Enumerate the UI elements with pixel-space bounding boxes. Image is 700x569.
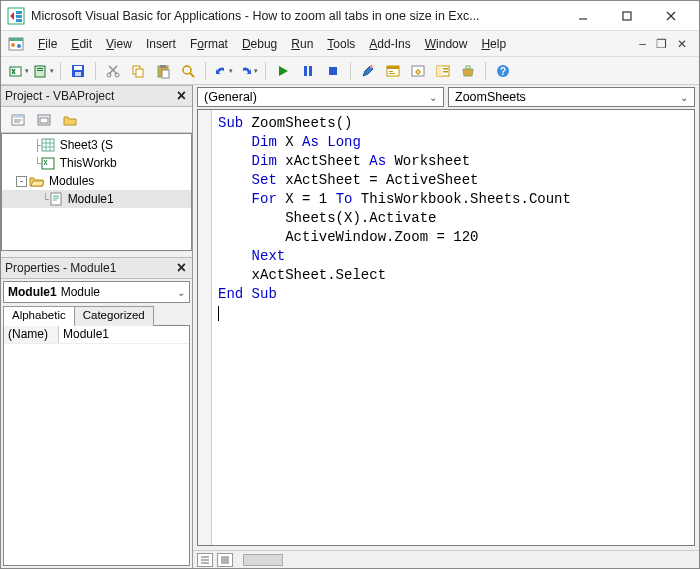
design-mode-button[interactable] — [357, 60, 379, 82]
undo-button[interactable] — [212, 60, 234, 82]
menu-run[interactable]: Run — [284, 34, 320, 54]
paste-button[interactable] — [152, 60, 174, 82]
svg-rect-15 — [75, 72, 81, 76]
copy-button[interactable] — [127, 60, 149, 82]
menu-addins[interactable]: Add-Ins — [362, 34, 417, 54]
view-code-button[interactable] — [7, 109, 29, 131]
code-text[interactable]: Sub ZoomSheets() Dim X As Long Dim xActS… — [212, 110, 694, 545]
menu-bar: File Edit View Insert Format Debug Run T… — [1, 31, 699, 57]
vba-app-icon — [7, 7, 25, 25]
mdi-child-icon — [7, 35, 25, 53]
tab-alphabetic[interactable]: Alphabetic — [3, 306, 75, 326]
properties-body: Module1 Module ⌄ Alphabetic Categorized … — [1, 279, 192, 568]
svg-rect-31 — [389, 71, 393, 72]
svg-rect-12 — [37, 70, 43, 71]
svg-rect-32 — [389, 73, 395, 74]
standard-toolbar: ? — [1, 57, 699, 85]
save-button[interactable] — [67, 60, 89, 82]
menu-window[interactable]: Window — [418, 34, 475, 54]
object-dropdown[interactable]: (General) ⌄ — [197, 87, 444, 107]
title-bar: Microsoft Visual Basic for Applications … — [1, 1, 699, 31]
properties-tabs: Alphabetic Categorized — [3, 305, 190, 325]
svg-rect-6 — [9, 38, 23, 41]
chevron-down-icon: ⌄ — [177, 287, 185, 298]
procedure-view-button[interactable] — [197, 553, 213, 567]
cut-button[interactable] — [102, 60, 124, 82]
svg-rect-46 — [42, 139, 54, 151]
svg-point-34 — [417, 71, 419, 73]
run-button[interactable] — [272, 60, 294, 82]
code-editor[interactable]: Sub ZoomSheets() Dim X As Long Dim xActS… — [197, 109, 695, 546]
code-pane: (General) ⌄ ZoomSheets ⌄ Sub ZoomSheets(… — [193, 85, 699, 568]
horizontal-scrollbar[interactable] — [243, 554, 283, 566]
text-caret — [218, 306, 219, 321]
menu-debug[interactable]: Debug — [235, 34, 284, 54]
break-button[interactable] — [297, 60, 319, 82]
mdi-close-icon[interactable]: ✕ — [677, 37, 687, 51]
svg-rect-45 — [40, 118, 48, 123]
find-button[interactable] — [177, 60, 199, 82]
svg-rect-37 — [443, 68, 448, 70]
svg-rect-36 — [437, 66, 442, 76]
svg-rect-25 — [304, 66, 307, 76]
properties-close-icon[interactable]: × — [175, 259, 188, 277]
menu-view[interactable]: View — [99, 34, 139, 54]
minimize-button[interactable] — [561, 1, 605, 30]
tree-node-modules-folder[interactable]: - Modules — [2, 172, 191, 190]
toggle-folders-button[interactable] — [59, 109, 81, 131]
svg-rect-38 — [443, 71, 448, 73]
reset-button[interactable] — [322, 60, 344, 82]
svg-rect-11 — [37, 68, 43, 69]
menu-insert[interactable]: Insert — [139, 34, 183, 54]
svg-point-8 — [17, 44, 21, 48]
main-area: Project - VBAProject × ├ Sheet3 (S └ Thi… — [1, 85, 699, 568]
object-browser-button[interactable] — [432, 60, 454, 82]
menu-format[interactable]: Format — [183, 34, 235, 54]
project-explorer-button[interactable] — [382, 60, 404, 82]
property-value[interactable]: Module1 — [59, 326, 189, 343]
project-tree[interactable]: ├ Sheet3 (S └ ThisWorkb - Modules └ Modu… — [1, 133, 192, 251]
properties-grid[interactable]: (Name) Module1 — [3, 325, 190, 566]
properties-header: Properties - Module1 × — [1, 257, 192, 279]
insert-module-button[interactable] — [32, 60, 54, 82]
tree-node-module1[interactable]: └ Module1 — [2, 190, 191, 208]
mdi-restore-icon[interactable]: ❐ — [656, 37, 667, 51]
svg-rect-39 — [466, 66, 470, 69]
menu-file[interactable]: File — [31, 34, 64, 54]
menu-help[interactable]: Help — [474, 34, 513, 54]
left-panels: Project - VBAProject × ├ Sheet3 (S └ Thi… — [1, 85, 193, 568]
project-explorer-toolbar — [1, 107, 192, 133]
property-row-name[interactable]: (Name) Module1 — [4, 326, 189, 344]
redo-button[interactable] — [237, 60, 259, 82]
project-explorer-close-icon[interactable]: × — [175, 87, 188, 105]
tab-categorized[interactable]: Categorized — [74, 306, 154, 326]
svg-rect-14 — [74, 66, 82, 70]
project-explorer-header: Project - VBAProject × — [1, 85, 192, 107]
worksheet-icon — [40, 137, 56, 153]
tree-node-thisworkbook[interactable]: └ ThisWorkb — [2, 154, 191, 172]
properties-window-button[interactable] — [407, 60, 429, 82]
svg-rect-10 — [35, 66, 45, 77]
mdi-minimize-icon[interactable]: – — [639, 37, 646, 51]
svg-rect-48 — [51, 193, 61, 205]
collapse-icon[interactable]: - — [16, 176, 27, 187]
view-excel-button[interactable] — [7, 60, 29, 82]
workbook-icon — [40, 155, 56, 171]
maximize-button[interactable] — [605, 1, 649, 30]
tree-node-sheet3[interactable]: ├ Sheet3 (S — [2, 136, 191, 154]
properties-object-combo[interactable]: Module1 Module ⌄ — [3, 281, 190, 303]
svg-rect-30 — [387, 66, 399, 69]
toolbox-button[interactable] — [457, 60, 479, 82]
view-object-button[interactable] — [33, 109, 55, 131]
svg-point-23 — [183, 66, 191, 74]
svg-point-7 — [11, 43, 15, 47]
menu-tools[interactable]: Tools — [320, 34, 362, 54]
help-button[interactable]: ? — [492, 60, 514, 82]
menu-edit[interactable]: Edit — [64, 34, 99, 54]
properties-title: Properties - Module1 — [5, 261, 116, 275]
procedure-dropdown[interactable]: ZoomSheets ⌄ — [448, 87, 695, 107]
margin-indicator-bar — [198, 110, 212, 545]
full-module-view-button[interactable] — [217, 553, 233, 567]
folder-open-icon — [29, 173, 45, 189]
close-button[interactable] — [649, 1, 693, 30]
